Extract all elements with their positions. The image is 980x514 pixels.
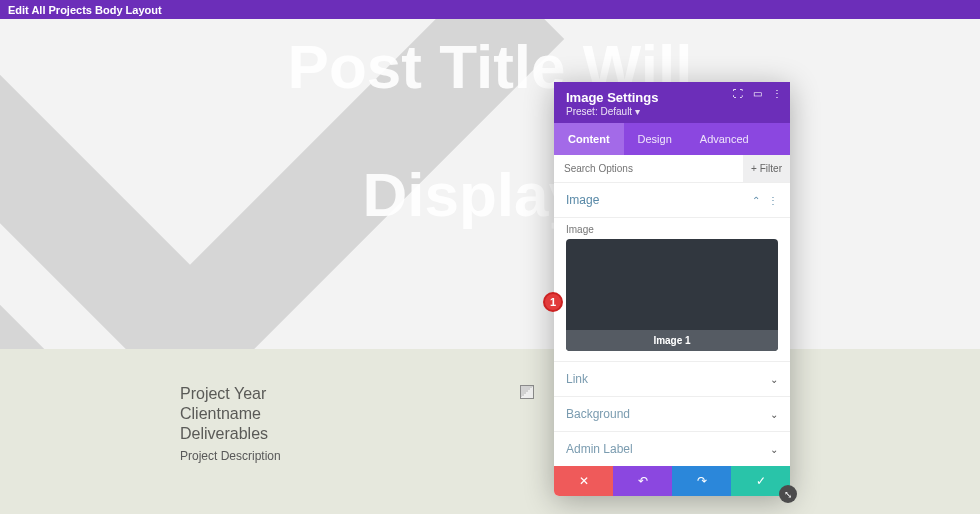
image-preview[interactable]: Image 1 [566, 239, 778, 351]
redo-button[interactable]: ↷ [672, 466, 731, 496]
section-background[interactable]: Background ⌄ [554, 396, 790, 431]
resize-handle[interactable]: ⤡ [779, 485, 797, 503]
top-bar-title: Edit All Projects Body Layout [8, 4, 162, 16]
image-caption: Image 1 [566, 330, 778, 351]
settings-panel: Image Settings Preset: Default ▾ ⛶ ▭ ⋮ C… [554, 82, 790, 496]
menu-icon[interactable]: ⋮ [772, 88, 782, 99]
hero-title-line1: Post Title Will [0, 31, 980, 102]
panel-header[interactable]: Image Settings Preset: Default ▾ ⛶ ▭ ⋮ [554, 82, 790, 123]
top-bar: Edit All Projects Body Layout [0, 0, 980, 19]
image-field-label: Image [554, 218, 790, 239]
content-area: Project Year Clientname Deliverables Pro… [0, 349, 980, 514]
search-row: +Filter [554, 155, 790, 183]
section-image-title: Image [566, 193, 599, 207]
tab-advanced[interactable]: Advanced [686, 123, 763, 155]
collapse-up-icon[interactable]: ⌃ [752, 195, 760, 206]
panel-tabs: Content Design Advanced [554, 123, 790, 155]
section-background-label: Background [566, 407, 630, 421]
expand-icon[interactable]: ⛶ [733, 88, 743, 99]
section-admin-label[interactable]: Admin Label ⌄ [554, 431, 790, 466]
undo-button[interactable]: ↶ [613, 466, 672, 496]
broken-image-icon [520, 385, 534, 399]
tab-content[interactable]: Content [554, 123, 624, 155]
filter-button[interactable]: +Filter [743, 155, 790, 182]
section-link[interactable]: Link ⌄ [554, 361, 790, 396]
hero-title-line2: Display I [0, 159, 980, 230]
chevron-down-icon: ⌄ [770, 444, 778, 455]
chevron-down-icon: ⌄ [770, 374, 778, 385]
hero-area: Post Title Will Display I [0, 19, 980, 349]
cancel-button[interactable]: ✕ [554, 466, 613, 496]
panel-preset[interactable]: Preset: Default ▾ [566, 106, 780, 117]
search-input[interactable] [554, 163, 743, 174]
tab-design[interactable]: Design [624, 123, 686, 155]
tablet-icon[interactable]: ▭ [753, 88, 762, 99]
panel-body: Image ⌃ ⋮ Image Image 1 Link ⌄ Backgroun… [554, 183, 790, 466]
chevron-down-icon: ⌄ [770, 409, 778, 420]
panel-footer: ✕ ↶ ↷ ✓ [554, 466, 790, 496]
annotation-marker-1: 1 [543, 292, 563, 312]
section-link-label: Link [566, 372, 588, 386]
section-menu-icon[interactable]: ⋮ [768, 195, 778, 206]
section-admin-label-label: Admin Label [566, 442, 633, 456]
section-image-header[interactable]: Image ⌃ ⋮ [554, 183, 790, 218]
